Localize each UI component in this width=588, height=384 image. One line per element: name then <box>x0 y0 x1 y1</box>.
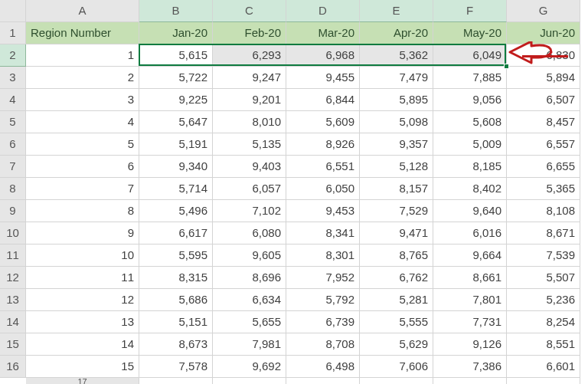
cell-G1[interactable]: Jun-20 <box>507 22 580 44</box>
cell-D6[interactable]: 8,926 <box>286 133 360 156</box>
cell-E11[interactable]: 8,765 <box>360 245 433 267</box>
cell-F4[interactable]: 9,056 <box>433 89 507 111</box>
cell-E3[interactable]: 7,479 <box>360 67 433 89</box>
cell-C6[interactable]: 5,135 <box>213 133 286 156</box>
cell-F10[interactable]: 6,016 <box>433 222 507 245</box>
cell-G5[interactable]: 8,457 <box>507 111 580 133</box>
cell-B3[interactable]: 5,722 <box>139 67 213 89</box>
cell-G8[interactable]: 5,365 <box>507 178 580 200</box>
cell-C1[interactable]: Feb-20 <box>213 22 286 44</box>
cell-E9[interactable]: 7,529 <box>360 200 433 222</box>
cell-C3[interactable]: 9,247 <box>213 67 286 89</box>
cell-E6[interactable]: 9,357 <box>360 133 433 156</box>
row-header-13[interactable]: 13 <box>0 289 26 311</box>
cell-B15[interactable]: 8,673 <box>139 333 213 356</box>
col-header-A[interactable]: A <box>26 0 139 22</box>
cell-C14[interactable]: 5,655 <box>213 311 286 333</box>
cell-G2[interactable]: 6,830 <box>507 44 580 67</box>
cell-A11[interactable]: 10 <box>26 245 139 267</box>
row-header-5[interactable]: 5 <box>0 111 26 133</box>
cell-B17[interactable] <box>213 378 286 384</box>
cell-E12[interactable]: 6,762 <box>360 267 433 289</box>
cell-D2[interactable]: 6,968 <box>286 44 360 67</box>
cell-D14[interactable]: 6,739 <box>286 311 360 333</box>
cell-E17[interactable] <box>433 378 507 384</box>
spreadsheet-grid[interactable]: ABCDEFG1Region NumberJan-20Feb-20Mar-20A… <box>0 0 588 384</box>
cell-F16[interactable]: 7,386 <box>433 356 507 378</box>
cell-A6[interactable]: 5 <box>26 133 139 156</box>
cell-E1[interactable]: Apr-20 <box>360 22 433 44</box>
cell-B13[interactable]: 5,686 <box>139 289 213 311</box>
cell-F13[interactable]: 7,801 <box>433 289 507 311</box>
row-header-10[interactable]: 10 <box>0 222 26 245</box>
col-header-G[interactable]: G <box>507 0 580 22</box>
fill-handle[interactable] <box>504 64 509 69</box>
cell-A8[interactable]: 7 <box>26 178 139 200</box>
cell-A16[interactable]: 15 <box>26 356 139 378</box>
cell-D16[interactable]: 6,498 <box>286 356 360 378</box>
cell-D3[interactable]: 9,455 <box>286 67 360 89</box>
cell-G11[interactable]: 7,539 <box>507 245 580 267</box>
cell-A14[interactable]: 13 <box>26 311 139 333</box>
cell-A3[interactable]: 2 <box>26 67 139 89</box>
cell-C17[interactable] <box>286 378 360 384</box>
cell-A10[interactable]: 9 <box>26 222 139 245</box>
cell-F17[interactable] <box>507 378 580 384</box>
cell-E7[interactable]: 5,128 <box>360 156 433 178</box>
cell-F11[interactable]: 9,664 <box>433 245 507 267</box>
cell-C13[interactable]: 6,634 <box>213 289 286 311</box>
cell-F14[interactable]: 7,731 <box>433 311 507 333</box>
col-header-D[interactable]: D <box>286 0 360 22</box>
cell-B14[interactable]: 5,151 <box>139 311 213 333</box>
row-header-6[interactable]: 6 <box>0 133 26 156</box>
cell-C8[interactable]: 6,057 <box>213 178 286 200</box>
row-header-2[interactable]: 2 <box>0 44 26 67</box>
cell-A12[interactable]: 11 <box>26 267 139 289</box>
cell-B9[interactable]: 5,496 <box>139 200 213 222</box>
cell-B1[interactable]: Jan-20 <box>139 22 213 44</box>
cell-D5[interactable]: 5,609 <box>286 111 360 133</box>
row-header-11[interactable]: 11 <box>0 245 26 267</box>
cell-F1[interactable]: May-20 <box>433 22 507 44</box>
cell-D9[interactable]: 9,453 <box>286 200 360 222</box>
cell-D1[interactable]: Mar-20 <box>286 22 360 44</box>
cell-G15[interactable]: 8,551 <box>507 333 580 356</box>
cell-G12[interactable]: 5,507 <box>507 267 580 289</box>
cell-G6[interactable]: 6,557 <box>507 133 580 156</box>
row-header-14[interactable]: 14 <box>0 311 26 333</box>
cell-A2[interactable]: 1 <box>26 44 139 67</box>
cell-G16[interactable]: 6,601 <box>507 356 580 378</box>
cell-E13[interactable]: 5,281 <box>360 289 433 311</box>
cell-G4[interactable]: 6,507 <box>507 89 580 111</box>
cell-E2[interactable]: 5,362 <box>360 44 433 67</box>
col-header-F[interactable]: F <box>433 0 507 22</box>
cell-G7[interactable]: 6,655 <box>507 156 580 178</box>
cell-F8[interactable]: 8,402 <box>433 178 507 200</box>
row-header-7[interactable]: 7 <box>0 156 26 178</box>
cell-B10[interactable]: 6,617 <box>139 222 213 245</box>
cell-A15[interactable]: 14 <box>26 333 139 356</box>
cell-F6[interactable]: 5,009 <box>433 133 507 156</box>
select-all-corner[interactable] <box>0 0 26 22</box>
cell-G14[interactable]: 8,254 <box>507 311 580 333</box>
col-header-C[interactable]: C <box>213 0 286 22</box>
col-header-B[interactable]: B <box>139 0 213 22</box>
cell-C16[interactable]: 9,692 <box>213 356 286 378</box>
cell-G13[interactable]: 5,236 <box>507 289 580 311</box>
row-header-8[interactable]: 8 <box>0 178 26 200</box>
cell-B4[interactable]: 9,225 <box>139 89 213 111</box>
cell-C9[interactable]: 7,102 <box>213 200 286 222</box>
cell-E16[interactable]: 7,606 <box>360 356 433 378</box>
cell-A7[interactable]: 6 <box>26 156 139 178</box>
cell-C10[interactable]: 6,080 <box>213 222 286 245</box>
cell-A13[interactable]: 12 <box>26 289 139 311</box>
cell-C7[interactable]: 9,403 <box>213 156 286 178</box>
cell-D7[interactable]: 6,551 <box>286 156 360 178</box>
cell-B5[interactable]: 5,647 <box>139 111 213 133</box>
cell-B16[interactable]: 7,578 <box>139 356 213 378</box>
cell-F15[interactable]: 9,126 <box>433 333 507 356</box>
row-header-17[interactable]: 17 <box>26 378 139 384</box>
cell-E5[interactable]: 5,098 <box>360 111 433 133</box>
cell-D13[interactable]: 5,792 <box>286 289 360 311</box>
cell-D10[interactable]: 8,341 <box>286 222 360 245</box>
